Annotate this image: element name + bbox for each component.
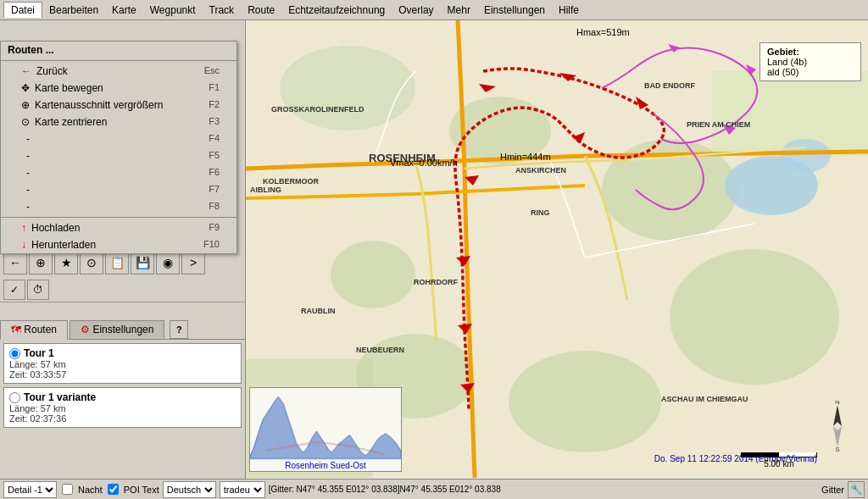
pt2-timer[interactable]: ⏱	[27, 280, 49, 300]
chart-label: Rosenheim Sued-Ost	[250, 460, 401, 471]
svg-point-6	[509, 351, 661, 452]
hmin-label: Hmin=444m	[500, 152, 551, 162]
town-neubeuern: NEUBEUERN	[356, 346, 404, 354]
dropdown-vergroessern[interactable]: ⊕Kartenausschnitt vergrößern F2	[1, 97, 236, 114]
town-kolbermoor: KOLBERMOOR	[263, 177, 319, 186]
left-panel: Routen ... ←Zurück Esc ✥Karte bewegen F1…	[0, 20, 246, 499]
dropdown-f6[interactable]: - F6	[1, 164, 236, 181]
town-anskirchen: ANSKIRCHEN	[515, 166, 566, 175]
tab-einstellungen[interactable]: ⚙ Einstellungen	[70, 320, 164, 339]
dropdown-zentrieren[interactable]: ⊙Karte zentrieren F3	[1, 114, 236, 130]
route-name-0: Tour 1	[24, 347, 54, 359]
panel-toolbar2: ✓ ⏱	[0, 277, 245, 302]
route-name-1: Tour 1 variante	[24, 391, 96, 403]
menu-wegpunkt[interactable]: Wegpunkt	[143, 3, 203, 18]
pt2-check[interactable]: ✓	[3, 280, 25, 300]
compass-svg: N S	[821, 401, 854, 452]
menu-hilfe[interactable]: Hilfe	[552, 3, 586, 18]
route-zeit-0: Zeit: 03:33:57	[9, 369, 236, 380]
dropdown-f5[interactable]: - F5	[1, 147, 236, 164]
nacht-checkbox[interactable]	[62, 484, 73, 495]
coords-display: [Gitter: N47° 45.355 E012° 03.838]N47° 4…	[269, 485, 818, 494]
route-zeit-1: Zeit: 02:37:36	[9, 413, 236, 424]
hmax-label: Hmax=519m	[576, 27, 630, 37]
gitter-label: Gitter	[821, 485, 844, 495]
menu-bearbeiten[interactable]: Bearbeiten	[42, 3, 105, 18]
town-ring: RING	[531, 208, 550, 217]
status-settings-btn[interactable]: 🔧	[848, 481, 865, 498]
menu-einstellungen[interactable]: Einstellungen	[477, 3, 552, 18]
route-laenge-1: Länge: 57 km	[9, 403, 236, 413]
svg-point-7	[331, 241, 415, 308]
route-item-1[interactable]: Tour 1 variante Länge: 57 km Zeit: 02:37…	[3, 387, 242, 428]
svg-text:N: N	[835, 401, 840, 406]
tab-bar: 🗺 Routen ⚙ Einstellungen ?	[0, 317, 245, 340]
dropdown-f7[interactable]: - F7	[1, 181, 236, 198]
dropdown-karte-bewegen[interactable]: ✥Karte bewegen F1	[1, 80, 236, 97]
compass: N S	[821, 401, 854, 453]
menu-karte[interactable]: Karte	[105, 3, 143, 18]
svg-marker-23	[833, 405, 842, 426]
route-radio-1[interactable]	[9, 392, 20, 403]
dropdown-separator-1	[1, 60, 236, 61]
menubar: Datei Bearbeiten Karte Wegpunkt Track Ro…	[0, 0, 868, 20]
nacht-label: Nacht	[78, 485, 103, 495]
routes-content: Tour 1 Länge: 57 km Zeit: 03:33:57 Tour …	[0, 340, 245, 499]
poi-checkbox[interactable]	[108, 484, 119, 495]
map-area[interactable]: ROSENHEIM GROSSKAROLINENFELD KOLBERMOOR …	[246, 20, 868, 479]
poi-text-label: POI Text	[124, 485, 159, 495]
dropdown-f8[interactable]: - F8	[1, 198, 236, 215]
dropdown-menu: Routen ... ←Zurück Esc ✥Karte bewegen F1…	[0, 41, 237, 254]
route-item-0[interactable]: Tour 1 Länge: 57 km Zeit: 03:33:57	[3, 343, 242, 384]
svg-marker-24	[833, 426, 842, 447]
map-style-select[interactable]: tradeu	[220, 481, 265, 498]
map-tooltip: Gebiet: Land (4b) ald (50)	[760, 42, 861, 81]
svg-point-11	[780, 139, 831, 173]
town-aschau: ASCHAU IM CHIEMGAU	[661, 395, 748, 403]
route-radio-0[interactable]	[9, 348, 20, 359]
town-prien: PRIEN AM CHIEM	[687, 120, 750, 129]
town-raublin: RAUBLIN	[301, 307, 336, 315]
route-laenge-0: Länge: 57 km	[9, 359, 236, 369]
date-label: Do. Sep 11 12:22:59 2014 (Europe/Vienna)	[654, 454, 817, 463]
menu-datei[interactable]: Datei	[3, 2, 42, 18]
svg-point-4	[670, 249, 839, 385]
dropdown-separator-2	[1, 217, 236, 218]
town-aibling: AIBLING	[250, 186, 281, 194]
vmax-label: Vmax=0.00km/h	[390, 158, 458, 168]
elevation-canvas	[250, 388, 401, 471]
svg-point-1	[280, 46, 415, 130]
dropdown-zuruck[interactable]: ←Zurück Esc	[1, 63, 236, 80]
svg-text:S: S	[835, 446, 839, 452]
town-grosskarolinenfeld: GROSSKAROLINENFELD	[271, 105, 364, 114]
dropdown-title: Routen ...	[1, 42, 236, 58]
menu-overlay[interactable]: Overlay	[392, 3, 440, 18]
menu-mehr[interactable]: Mehr	[441, 3, 477, 18]
detail-select[interactable]: Detail -1	[3, 481, 57, 498]
tab-help[interactable]: ?	[170, 320, 188, 339]
menu-route[interactable]: Route	[241, 3, 281, 18]
tab-routen[interactable]: 🗺 Routen	[0, 320, 68, 340]
dropdown-herunterladen[interactable]: ↓Herunterladen F10	[1, 236, 236, 253]
town-rohrdorf: ROHRDORF	[414, 278, 458, 286]
dropdown-f4[interactable]: - F4	[1, 130, 236, 147]
statusbar: Detail -1 Nacht POI Text Deutsch tradeu …	[0, 479, 868, 499]
town-bad-endorf: BAD ENDORF	[644, 81, 695, 90]
language-select[interactable]: Deutsch	[163, 481, 216, 498]
dropdown-hochladen[interactable]: ↑Hochladen F9	[1, 219, 236, 236]
menu-echtzeit[interactable]: Echtzeitaufzeichnung	[281, 3, 392, 18]
elevation-chart: Rosenheim Sued-Ost	[249, 387, 402, 472]
menu-track[interactable]: Track	[203, 3, 242, 18]
